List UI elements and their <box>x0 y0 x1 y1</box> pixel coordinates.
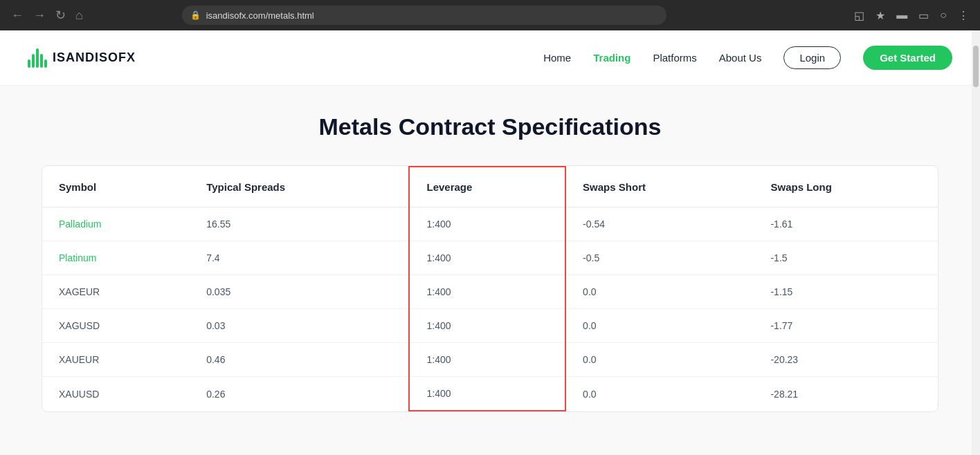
cell-swaps-short: 0.0 <box>565 309 754 343</box>
forward-button[interactable]: → <box>30 8 48 23</box>
table-row: Palladium16.551:400-0.54-1.61 <box>42 207 938 241</box>
main-content: Metals Contract Specifications Symbol Ty… <box>0 86 980 455</box>
logo-text: ISANDISOFX <box>53 50 136 65</box>
logo[interactable]: ISANDISOFX <box>28 48 136 68</box>
home-button[interactable]: ⌂ <box>73 8 86 23</box>
url-text: isandisofx.com/metals.html <box>206 10 314 21</box>
cell-leverage: 1:400 <box>409 207 565 241</box>
scrollbar-track[interactable] <box>972 30 980 455</box>
cell-leverage: 1:400 <box>409 309 565 343</box>
cast-icon[interactable]: ◱ <box>851 8 867 24</box>
browser-chrome: ← → ↻ ⌂ 🔒 isandisofx.com/metals.html ◱ ★… <box>0 0 980 30</box>
browser-actions: ◱ ★ ▬ ▭ ○ ⋮ <box>851 8 972 24</box>
cell-leverage: 1:400 <box>409 241 565 275</box>
cell-symbol: XAUUSD <box>42 377 190 411</box>
cell-leverage: 1:400 <box>409 343 565 377</box>
cell-swaps-long: -1.77 <box>754 309 938 343</box>
nav-platforms[interactable]: Platforms <box>653 52 696 64</box>
cell-swaps-long: -28.21 <box>754 377 938 411</box>
cell-swaps-short: 0.0 <box>565 343 754 377</box>
device-icon[interactable]: ▭ <box>916 8 932 24</box>
logo-bar-2 <box>32 54 35 68</box>
lock-icon: 🔒 <box>190 10 201 20</box>
nav-home[interactable]: Home <box>543 52 571 64</box>
table-row: XAUUSD0.261:4000.0-28.21 <box>42 377 938 411</box>
cell-symbol: XAUEUR <box>42 343 190 377</box>
site-wrapper: ISANDISOFX Home Trading Platforms About … <box>0 30 980 455</box>
cell-leverage: 1:400 <box>409 377 565 411</box>
reload-button[interactable]: ↻ <box>53 8 69 23</box>
get-started-button[interactable]: Get Started <box>863 46 952 70</box>
navbar: ISANDISOFX Home Trading Platforms About … <box>0 30 980 86</box>
col-swaps-long: Swaps Long <box>754 167 938 207</box>
table-row: XAUEUR0.461:4000.0-20.23 <box>42 343 938 377</box>
cell-symbol: XAGUSD <box>42 309 190 343</box>
cell-typical-spreads: 0.26 <box>190 377 409 411</box>
login-button[interactable]: Login <box>783 46 841 69</box>
table-header-row: Symbol Typical Spreads Leverage Swaps Sh… <box>42 167 938 207</box>
cell-typical-spreads: 0.03 <box>190 309 409 343</box>
table-body: Palladium16.551:400-0.54-1.61Platinum7.4… <box>42 207 938 411</box>
table-row: XAGUSD0.031:4000.0-1.77 <box>42 309 938 343</box>
address-bar[interactable]: 🔒 isandisofx.com/metals.html <box>182 6 666 25</box>
bookmark-icon[interactable]: ★ <box>873 8 888 24</box>
extensions-icon[interactable]: ▬ <box>893 8 910 23</box>
metals-table: Symbol Typical Spreads Leverage Swaps Sh… <box>42 166 938 411</box>
col-leverage: Leverage <box>409 167 565 207</box>
cell-swaps-short: -0.54 <box>565 207 754 241</box>
scrollbar-thumb[interactable] <box>973 46 979 87</box>
cell-swaps-short: 0.0 <box>565 275 754 309</box>
cell-swaps-long: -20.23 <box>754 343 938 377</box>
logo-bar-1 <box>28 59 30 68</box>
cell-leverage: 1:400 <box>409 275 565 309</box>
cell-swaps-long: -1.61 <box>754 207 938 241</box>
cell-swaps-short: -0.5 <box>565 241 754 275</box>
cell-swaps-long: -1.15 <box>754 275 938 309</box>
cell-typical-spreads: 0.46 <box>190 343 409 377</box>
cell-swaps-short: 0.0 <box>565 377 754 411</box>
col-symbol: Symbol <box>42 167 190 207</box>
back-button[interactable]: ← <box>8 8 26 23</box>
logo-bar-5 <box>44 59 47 68</box>
col-swaps-short: Swaps Short <box>565 167 754 207</box>
cell-symbol: Palladium <box>42 207 190 241</box>
page-title: Metals Contract Specifications <box>42 113 938 140</box>
nav-about-us[interactable]: About Us <box>719 52 762 64</box>
cell-typical-spreads: 7.4 <box>190 241 409 275</box>
col-typical-spreads: Typical Spreads <box>190 167 409 207</box>
cell-symbol: Platinum <box>42 241 190 275</box>
cell-symbol: XAGEUR <box>42 275 190 309</box>
profile-icon[interactable]: ○ <box>937 8 950 23</box>
nav-trading[interactable]: Trading <box>593 52 630 64</box>
menu-icon[interactable]: ⋮ <box>955 8 972 24</box>
nav-links: Home Trading Platforms About Us Login Ge… <box>543 46 952 70</box>
table-row: Platinum7.41:400-0.5-1.5 <box>42 241 938 275</box>
cell-swaps-long: -1.5 <box>754 241 938 275</box>
cell-typical-spreads: 0.035 <box>190 275 409 309</box>
logo-bar-4 <box>40 54 43 68</box>
table-container: Symbol Typical Spreads Leverage Swaps Sh… <box>42 165 938 412</box>
logo-bar-3 <box>36 48 39 68</box>
browser-nav-buttons: ← → ↻ ⌂ <box>8 8 86 23</box>
logo-icon <box>28 48 47 68</box>
table-row: XAGEUR0.0351:4000.0-1.15 <box>42 275 938 309</box>
cell-typical-spreads: 16.55 <box>190 207 409 241</box>
